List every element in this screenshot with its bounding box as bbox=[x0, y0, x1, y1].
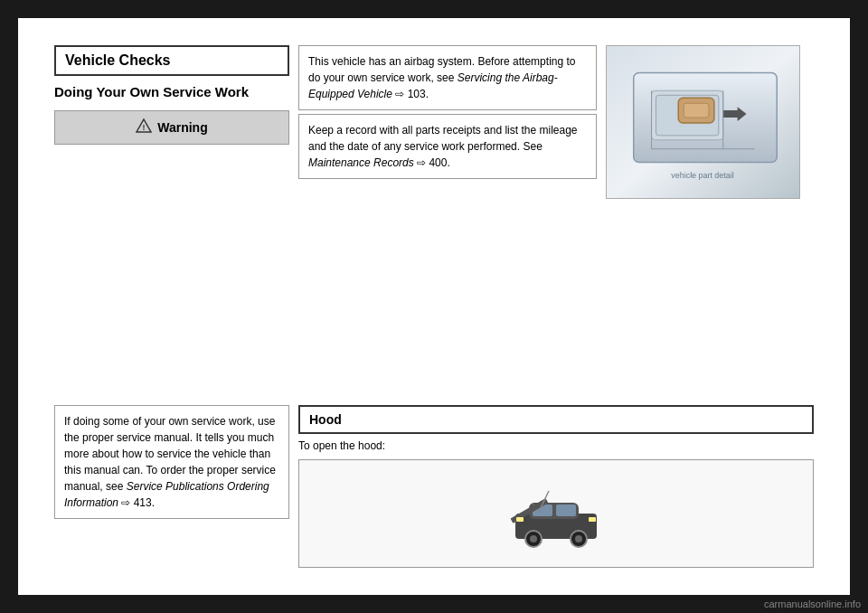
right-column: vehicle part detail bbox=[606, 45, 814, 396]
svg-rect-16 bbox=[556, 505, 576, 516]
hood-car-svg bbox=[502, 477, 610, 550]
svg-text:vehicle part detail: vehicle part detail bbox=[671, 171, 733, 180]
left-column: Vehicle Checks Doing Your Own Service Wo… bbox=[54, 45, 289, 396]
airbag-text-2: Keep a record with all parts receipts an… bbox=[308, 124, 578, 169]
hood-header: Hood bbox=[298, 405, 814, 434]
content-area: Vehicle Checks Doing Your Own Service Wo… bbox=[54, 45, 814, 568]
middle-column: This vehicle has an airbag system. Befor… bbox=[289, 45, 606, 396]
service-info-text: If doing some of your own service work, … bbox=[64, 415, 276, 509]
watermark: carmanualsonline.info bbox=[764, 599, 861, 609]
doing-own-title: Doing Your Own Service Work bbox=[54, 84, 249, 99]
watermark-text: carmanualsonline.info bbox=[764, 599, 861, 609]
svg-point-18 bbox=[530, 535, 537, 542]
svg-rect-24 bbox=[589, 517, 596, 522]
hood-title: Hood bbox=[309, 412, 342, 427]
svg-rect-23 bbox=[516, 517, 524, 522]
warning-box: ! Warning bbox=[54, 110, 289, 145]
vehicle-checks-header: Vehicle Checks bbox=[54, 45, 289, 76]
airbag-text-1: This vehicle has an airbag system. Befor… bbox=[308, 55, 575, 100]
bottom-section: If doing some of your own service work, … bbox=[54, 405, 814, 568]
vehicle-part-svg: vehicle part detail bbox=[607, 45, 799, 199]
svg-point-20 bbox=[575, 535, 582, 542]
service-info-box: If doing some of your own service work, … bbox=[54, 405, 289, 519]
svg-text:!: ! bbox=[143, 123, 146, 132]
svg-rect-7 bbox=[684, 103, 709, 118]
bottom-middle-column: Hood To open the hood: bbox=[289, 405, 814, 568]
vehicle-part-image: vehicle part detail bbox=[606, 45, 800, 199]
top-section: Vehicle Checks Doing Your Own Service Wo… bbox=[54, 45, 814, 396]
bottom-left-column: If doing some of your own service work, … bbox=[54, 405, 289, 568]
warning-label: Warning bbox=[157, 120, 207, 135]
airbag-info-box-2: Keep a record with all parts receipts an… bbox=[298, 114, 597, 179]
doing-own-header: Doing Your Own Service Work bbox=[54, 80, 289, 105]
vehicle-checks-title: Vehicle Checks bbox=[65, 52, 171, 68]
hood-subtitle: To open the hood: bbox=[298, 438, 814, 454]
warning-triangle-icon: ! bbox=[136, 118, 152, 134]
hood-image-box bbox=[298, 459, 814, 568]
airbag-info-box-1: This vehicle has an airbag system. Befor… bbox=[298, 45, 597, 110]
warning-icon: ! bbox=[136, 118, 152, 137]
